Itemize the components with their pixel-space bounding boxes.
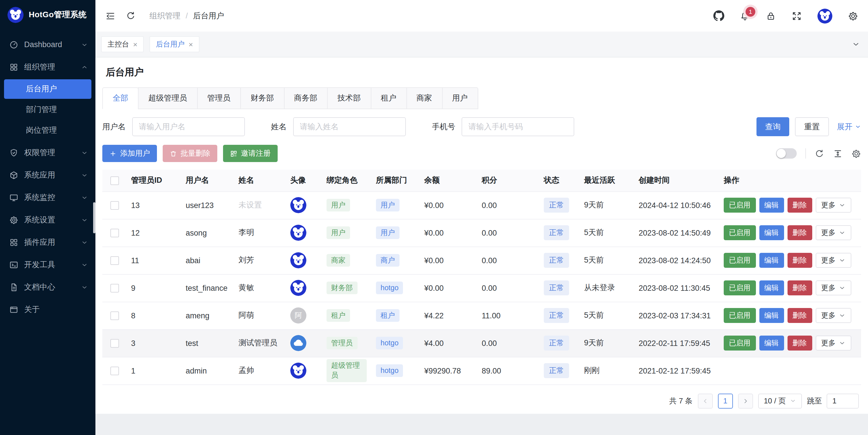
page-size-select[interactable]: 10 / 页 xyxy=(758,393,802,408)
delete-button[interactable]: 删除 xyxy=(787,280,812,296)
row-checkbox[interactable] xyxy=(110,339,119,348)
pagination-prev-button[interactable] xyxy=(698,393,713,408)
sidebar-item-docs[interactable]: 文档中心 xyxy=(0,276,95,298)
filter-tab[interactable]: 租户 xyxy=(370,87,407,109)
sidebar-item-sysmon[interactable]: 系统监控 xyxy=(0,186,95,209)
edit-button[interactable]: 编辑 xyxy=(759,336,784,350)
sidebar-scrollbar-thumb[interactable] xyxy=(93,202,95,233)
add-user-label: 添加用户 xyxy=(120,148,150,159)
row-checkbox[interactable] xyxy=(110,367,119,375)
delete-button[interactable]: 删除 xyxy=(787,308,812,323)
name-label: 姓名 xyxy=(271,122,286,132)
filter-tab[interactable]: 财务部 xyxy=(240,87,284,109)
more-button[interactable]: 更多 xyxy=(815,336,851,350)
filter-tab[interactable]: 用户 xyxy=(442,87,478,109)
breadcrumb-parent[interactable]: 组织管理 xyxy=(150,11,181,21)
delete-button[interactable]: 删除 xyxy=(787,253,812,268)
edit-button[interactable]: 编辑 xyxy=(759,308,784,323)
name-input[interactable] xyxy=(293,117,406,136)
filter-tab[interactable]: 商务部 xyxy=(284,87,328,109)
filter-tab[interactable]: 商家 xyxy=(406,87,442,109)
table-settings-gear-icon[interactable] xyxy=(851,149,861,158)
breadcrumb-current[interactable]: 后台用户 xyxy=(193,11,224,21)
edit-button[interactable]: 编辑 xyxy=(759,225,784,240)
sidebar-subitem[interactable]: 部门管理 xyxy=(4,100,91,120)
row-checkbox[interactable] xyxy=(110,284,119,292)
row-checkbox[interactable] xyxy=(110,229,119,237)
refresh-icon[interactable] xyxy=(126,11,136,21)
more-button[interactable]: 更多 xyxy=(815,225,851,240)
sidebar-item-label: 权限管理 xyxy=(24,147,81,158)
tab-close-icon[interactable]: × xyxy=(189,40,193,48)
edit-button[interactable]: 编辑 xyxy=(759,198,784,213)
notifications-bell-icon[interactable]: 1 xyxy=(740,11,750,21)
settings-gear-icon[interactable] xyxy=(848,11,858,21)
filter-tab[interactable]: 全部 xyxy=(102,87,138,109)
avatar-koala-icon xyxy=(290,280,306,296)
reset-button[interactable]: 重置 xyxy=(795,117,829,136)
enabled-button[interactable]: 已启用 xyxy=(724,336,755,350)
fullscreen-icon[interactable] xyxy=(792,11,802,21)
enabled-button[interactable]: 已启用 xyxy=(724,280,755,296)
sidebar-item-sysset[interactable]: 系统设置 xyxy=(0,209,95,231)
invite-register-button[interactable]: 邀请注册 xyxy=(223,145,278,162)
more-button[interactable]: 更多 xyxy=(815,253,851,268)
query-button[interactable]: 查询 xyxy=(756,117,789,136)
cell-status: 正常 xyxy=(539,247,580,274)
sidebar-item-about[interactable]: 关于 xyxy=(0,298,95,321)
cell-admin-id: 9 xyxy=(126,274,181,302)
add-user-button[interactable]: 添加用户 xyxy=(102,145,157,162)
cell-username: asong xyxy=(181,219,234,247)
tabbar-chevron-down-icon[interactable] xyxy=(852,40,862,48)
table-toggle-switch[interactable] xyxy=(776,148,797,159)
table-reload-icon[interactable] xyxy=(814,149,824,158)
row-checkbox[interactable] xyxy=(110,311,119,320)
page-tab[interactable]: 主控台× xyxy=(101,36,144,52)
sidebar-logo[interactable]: HotGo管理系统 xyxy=(0,0,95,30)
filter-tab[interactable]: 超级管理员 xyxy=(138,87,197,109)
row-checkbox[interactable] xyxy=(110,256,119,265)
cell-status: 正常 xyxy=(539,274,580,302)
edit-button[interactable]: 编辑 xyxy=(759,253,784,268)
sidebar-item-plugin[interactable]: 插件应用 xyxy=(0,231,95,253)
table-density-icon[interactable] xyxy=(833,149,843,158)
delete-button[interactable]: 删除 xyxy=(787,336,812,350)
more-button[interactable]: 更多 xyxy=(815,198,851,213)
pagination-page-1[interactable]: 1 xyxy=(718,393,733,408)
filter-tab[interactable]: 管理员 xyxy=(197,87,241,109)
edit-button[interactable]: 编辑 xyxy=(759,280,784,296)
sidebar-item-auth[interactable]: 权限管理 xyxy=(0,142,95,164)
sidebar-subitem[interactable]: 后台用户 xyxy=(4,79,91,99)
lock-screen-icon[interactable] xyxy=(766,11,776,21)
user-avatar[interactable] xyxy=(817,8,832,23)
pagination-next-button[interactable] xyxy=(738,393,753,408)
phone-input[interactable] xyxy=(462,117,574,136)
enabled-button[interactable]: 已启用 xyxy=(724,308,755,323)
enabled-button[interactable]: 已启用 xyxy=(724,225,755,240)
sidebar-item-dashboard[interactable]: Dashboard xyxy=(0,33,95,56)
menu-fold-icon[interactable] xyxy=(105,11,116,21)
more-button[interactable]: 更多 xyxy=(815,308,851,323)
cell-balance: ¥0.00 xyxy=(420,247,477,274)
sidebar-item-org[interactable]: 组织管理 xyxy=(0,56,95,78)
page-jump-input[interactable] xyxy=(827,393,859,408)
select-all-checkbox[interactable] xyxy=(110,176,119,185)
sidebar-item-label: 文档中心 xyxy=(24,282,81,292)
delete-button[interactable]: 删除 xyxy=(787,198,812,213)
username-input[interactable] xyxy=(132,117,245,136)
terminal-icon xyxy=(9,260,19,269)
github-icon[interactable] xyxy=(713,10,724,21)
page-tab[interactable]: 后台用户× xyxy=(150,36,199,52)
enabled-button[interactable]: 已启用 xyxy=(724,198,755,213)
more-button[interactable]: 更多 xyxy=(815,280,851,296)
row-checkbox[interactable] xyxy=(110,201,119,210)
delete-button[interactable]: 删除 xyxy=(787,225,812,240)
expand-link[interactable]: 展开 xyxy=(837,122,861,132)
filter-tab[interactable]: 技术部 xyxy=(327,87,371,109)
tab-close-icon[interactable]: × xyxy=(133,40,137,48)
sidebar-item-sysapp[interactable]: 系统应用 xyxy=(0,164,95,186)
batch-delete-button[interactable]: 批量删除 xyxy=(163,145,217,162)
sidebar-item-devtool[interactable]: 开发工具 xyxy=(0,253,95,276)
enabled-button[interactable]: 已启用 xyxy=(724,253,755,268)
sidebar-subitem[interactable]: 岗位管理 xyxy=(4,121,91,140)
